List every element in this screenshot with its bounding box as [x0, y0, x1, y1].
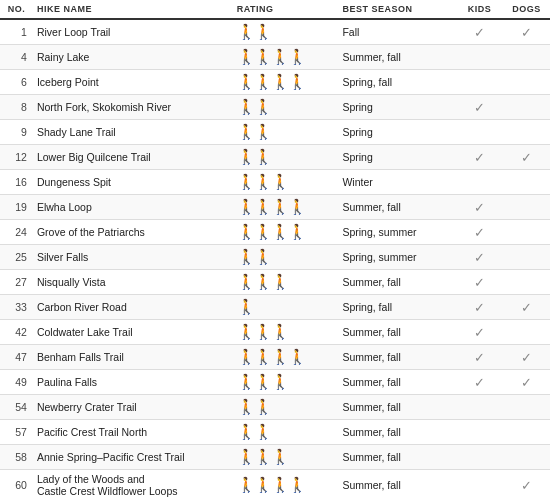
hike-name: Lower Big Quilcene Trail	[33, 145, 233, 170]
kids-friendly: ✓	[456, 345, 503, 370]
row-number: 47	[0, 345, 33, 370]
table-row: 49Paulina Falls🚶🚶🚶Summer, fall✓✓	[0, 370, 550, 395]
dogs-allowed	[503, 95, 550, 120]
hike-rating: 🚶🚶🚶	[233, 320, 339, 345]
col-no: No.	[0, 0, 33, 19]
hike-rating: 🚶🚶🚶	[233, 370, 339, 395]
row-number: 25	[0, 245, 33, 270]
checkmark-icon: ✓	[474, 150, 485, 165]
hike-rating: 🚶🚶	[233, 420, 339, 445]
hike-name: River Loop Trail	[33, 19, 233, 45]
dogs-allowed: ✓	[503, 145, 550, 170]
kids-friendly	[456, 395, 503, 420]
hike-rating: 🚶🚶🚶🚶	[233, 195, 339, 220]
kids-friendly	[456, 70, 503, 95]
hike-name: Lady of the Woods andCastle Crest Wildfl…	[33, 470, 233, 501]
hike-rating: 🚶🚶	[233, 245, 339, 270]
best-season: Winter	[338, 170, 456, 195]
checkmark-icon: ✓	[474, 25, 485, 40]
hike-name: Coldwater Lake Trail	[33, 320, 233, 345]
table-row: 60Lady of the Woods andCastle Crest Wild…	[0, 470, 550, 501]
row-number: 27	[0, 270, 33, 295]
dogs-allowed	[503, 120, 550, 145]
kids-friendly: ✓	[456, 220, 503, 245]
dogs-allowed	[503, 45, 550, 70]
row-number: 8	[0, 95, 33, 120]
checkmark-icon: ✓	[474, 300, 485, 315]
table-row: 6Iceberg Point🚶🚶🚶🚶Spring, fall	[0, 70, 550, 95]
hike-name: Silver Falls	[33, 245, 233, 270]
hike-rating: 🚶🚶	[233, 120, 339, 145]
dogs-allowed	[503, 245, 550, 270]
best-season: Summer, fall	[338, 420, 456, 445]
kids-friendly	[456, 470, 503, 501]
best-season: Summer, fall	[338, 45, 456, 70]
table-row: 57Pacific Crest Trail North🚶🚶Summer, fal…	[0, 420, 550, 445]
hike-rating: 🚶🚶🚶🚶	[233, 470, 339, 501]
dogs-allowed: ✓	[503, 295, 550, 320]
hike-rating: 🚶🚶🚶🚶	[233, 220, 339, 245]
best-season: Spring, fall	[338, 295, 456, 320]
table-row: 42Coldwater Lake Trail🚶🚶🚶Summer, fall✓	[0, 320, 550, 345]
dogs-allowed: ✓	[503, 370, 550, 395]
row-number: 57	[0, 420, 33, 445]
hike-rating: 🚶🚶	[233, 145, 339, 170]
row-number: 54	[0, 395, 33, 420]
row-number: 49	[0, 370, 33, 395]
row-number: 58	[0, 445, 33, 470]
kids-friendly: ✓	[456, 19, 503, 45]
checkmark-icon: ✓	[474, 350, 485, 365]
checkmark-icon: ✓	[474, 275, 485, 290]
checkmark-icon: ✓	[521, 478, 532, 493]
table-row: 33Carbon River Road🚶Spring, fall✓✓	[0, 295, 550, 320]
table-row: 54Newberry Crater Trail🚶🚶Summer, fall	[0, 395, 550, 420]
best-season: Spring, summer	[338, 220, 456, 245]
hike-table: No. Hike Name Rating Best Season Kids Do…	[0, 0, 550, 500]
dogs-allowed	[503, 320, 550, 345]
best-season: Spring, summer	[338, 245, 456, 270]
best-season: Summer, fall	[338, 270, 456, 295]
col-kids: Kids	[456, 0, 503, 19]
kids-friendly	[456, 420, 503, 445]
hike-rating: 🚶🚶	[233, 95, 339, 120]
hike-rating: 🚶🚶🚶	[233, 445, 339, 470]
row-number: 19	[0, 195, 33, 220]
best-season: Fall	[338, 19, 456, 45]
table-row: 16Dungeness Spit🚶🚶🚶Winter	[0, 170, 550, 195]
checkmark-icon: ✓	[474, 200, 485, 215]
hike-name: Nisqually Vista	[33, 270, 233, 295]
kids-friendly: ✓	[456, 320, 503, 345]
kids-friendly	[456, 445, 503, 470]
dogs-allowed	[503, 195, 550, 220]
row-number: 12	[0, 145, 33, 170]
hike-name: Iceberg Point	[33, 70, 233, 95]
hike-rating: 🚶🚶🚶🚶	[233, 70, 339, 95]
best-season: Spring	[338, 145, 456, 170]
dogs-allowed	[503, 395, 550, 420]
checkmark-icon: ✓	[474, 225, 485, 240]
dogs-allowed	[503, 420, 550, 445]
hike-rating: 🚶🚶🚶	[233, 170, 339, 195]
hike-name: Pacific Crest Trail North	[33, 420, 233, 445]
hike-rating: 🚶🚶	[233, 19, 339, 45]
hike-name: Dungeness Spit	[33, 170, 233, 195]
hike-name: Rainy Lake	[33, 45, 233, 70]
hike-name: Annie Spring–Pacific Crest Trail	[33, 445, 233, 470]
kids-friendly: ✓	[456, 95, 503, 120]
best-season: Summer, fall	[338, 370, 456, 395]
kids-friendly: ✓	[456, 370, 503, 395]
row-number: 33	[0, 295, 33, 320]
row-number: 24	[0, 220, 33, 245]
best-season: Summer, fall	[338, 445, 456, 470]
kids-friendly	[456, 120, 503, 145]
best-season: Summer, fall	[338, 395, 456, 420]
table-row: 1River Loop Trail🚶🚶Fall✓✓	[0, 19, 550, 45]
checkmark-icon: ✓	[474, 250, 485, 265]
table-row: 12Lower Big Quilcene Trail🚶🚶Spring✓✓	[0, 145, 550, 170]
dogs-allowed: ✓	[503, 19, 550, 45]
checkmark-icon: ✓	[521, 350, 532, 365]
checkmark-icon: ✓	[521, 375, 532, 390]
row-number: 1	[0, 19, 33, 45]
table-row: 19Elwha Loop🚶🚶🚶🚶Summer, fall✓	[0, 195, 550, 220]
hike-name: Carbon River Road	[33, 295, 233, 320]
